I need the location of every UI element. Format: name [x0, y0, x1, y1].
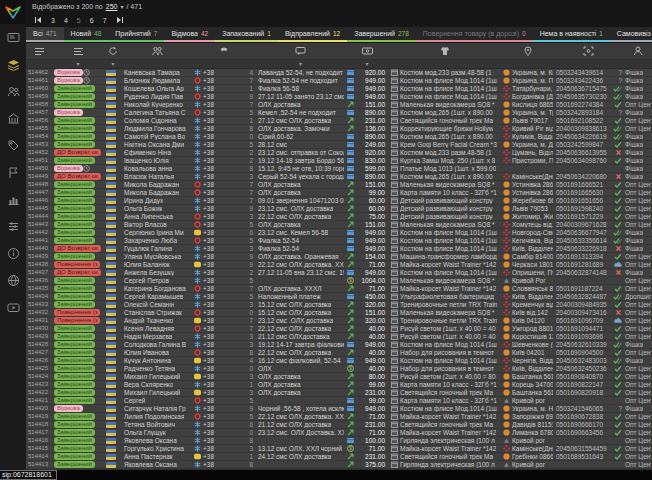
table-row[interactable]: 514443ЗавершенийВіктор Власов+385ОЛХ дос… — [26, 221, 652, 229]
page-4[interactable]: 4 — [64, 17, 68, 24]
table-row[interactable]: 514420ВідмоваСитарчук Наталія Гр+389Чорн… — [26, 405, 652, 413]
tab-самовивіз[interactable]: Самовивіз2 — [610, 27, 652, 42]
col-source-header[interactable] — [623, 43, 652, 59]
sidebar-company-icon[interactable] — [0, 105, 26, 132]
sidebar-reports-icon[interactable] — [0, 186, 26, 213]
table-row[interactable]: 514457ВідмоваСалегина Татьяна С+385Кемел… — [26, 109, 652, 117]
col-flag-header[interactable] — [104, 43, 122, 59]
table-row[interactable]: 514424ЗавершенийМихаил Гилецький+383ОЛХ … — [26, 373, 652, 381]
page-5[interactable]: 5 — [77, 17, 81, 24]
table-row[interactable]: 514425ЗавершенийРадченко Тетяна+380ОЛХ$4… — [26, 365, 652, 373]
table-row[interactable]: 514442ЗавершенийСергіюнко Ірина Ми+38623… — [26, 229, 652, 237]
table-row[interactable]: 514415ЗавершенийГоргулько Христина+38313… — [26, 445, 652, 453]
table-row[interactable]: 514440ДО Возврат ок.Гуцалюк Галина+383Фи… — [26, 245, 652, 253]
table-row[interactable]: 514428ЗавершенийСолодкова Галина В+38319… — [26, 341, 652, 349]
tab-запакований[interactable]: Запакований1 — [215, 27, 278, 42]
tab-відправлений[interactable]: Відправлений12 — [278, 27, 347, 42]
table-row[interactable]: 514458ЗавершенийНиколай Кучеренко+387ОЛХ… — [26, 101, 652, 109]
tab-всі[interactable]: Всі471 — [26, 27, 64, 42]
col-price-header[interactable] — [345, 43, 389, 59]
sidebar-campaigns-icon[interactable] — [0, 159, 26, 186]
table-row[interactable]: 514462ВідмоваКаневська Тамара+384Лаванда… — [26, 69, 652, 77]
page-3[interactable]: 3 — [51, 17, 55, 24]
chevron-down-icon[interactable]: ▾ — [120, 3, 123, 10]
table-row[interactable]: 514434ЗавершенийСергей Карамышев+385Нало… — [26, 293, 652, 301]
table-row[interactable]: 514456ЗавершенийСоломія Сідоніна+38127.1… — [26, 117, 652, 125]
table-row[interactable]: 514414ЗавершенийАнна Пастернак+38124.12 … — [26, 453, 652, 461]
col-phone-header[interactable] — [192, 43, 256, 59]
table-row[interactable]: 514421ЗавершенийСергей+38599.00Карта пам… — [26, 397, 652, 405]
page-6[interactable]: 6 — [90, 17, 94, 24]
table-row[interactable]: 514459ЗавершенийРуденко Лидия Пав+38927.… — [26, 93, 652, 101]
table-row[interactable]: 514453ЗавершенийНікітіна Оксана Дми+3852… — [26, 141, 652, 149]
table-row[interactable]: 514435ЗавершенийКатерина Богданова+387ОЛ… — [26, 285, 652, 293]
col-price-filter[interactable]: ▾ — [345, 60, 389, 68]
table-row[interactable]: 514418ЗавершенийТетяна Войтович+38621.12… — [26, 421, 652, 429]
table-row[interactable]: 514431Повернення (зАндрій Ткаченко+38723… — [26, 317, 652, 325]
col-comment-header[interactable] — [256, 43, 345, 59]
col-tracking-header[interactable] — [554, 43, 623, 59]
tab-завершений[interactable]: Завершений278 — [347, 27, 416, 42]
table-row[interactable]: 514452ДО Возврат ок.Єфименко Ніна+38223.… — [26, 149, 652, 157]
table-row[interactable]: 514451ЗавершенийІващенко Юлія+38219.12 1… — [26, 157, 652, 165]
col-id-header[interactable] — [26, 43, 52, 59]
sidebar-customers-icon[interactable] — [0, 78, 26, 105]
table-row[interactable]: 514446ЗавершенийИрина Дидух+38709.01 зве… — [26, 197, 652, 205]
table-row[interactable]: 514454ЗавершенийСамотій Руслана Во+380Сі… — [26, 133, 652, 141]
filter-caret-icon[interactable]: ▾ — [365, 60, 368, 68]
table-row[interactable]: 514426ЗавершенийКучук Антонина+38416.12 … — [26, 357, 652, 365]
table-row[interactable]: 514445ЗавершенийОльга Божик+38923.12 смс… — [26, 205, 652, 213]
table-row[interactable]: 514419ЗавершенийЛилия Подолинская+38522.… — [26, 413, 652, 421]
table-row[interactable]: 514444ЗавершенийАнна Липенська+38322.12 … — [26, 213, 652, 221]
sidebar-orders-icon[interactable] — [0, 51, 26, 78]
sidebar-settings-icon[interactable] — [0, 213, 26, 240]
table-row[interactable]: 514447ЗавершенийМикола Бадражан+387ОЛХ д… — [26, 189, 652, 197]
col-status-filter[interactable]: ▾ — [52, 60, 104, 68]
filter-caret-icon[interactable]: ▾ — [111, 60, 114, 68]
table-row[interactable]: 514430ЗавершенийКсенія Левадняя+38722.12… — [26, 325, 652, 333]
col-name-header[interactable] — [122, 43, 192, 59]
tab-новий[interactable]: Новий48 — [64, 27, 109, 42]
table-row[interactable]: 514441ЗавершенийЗахарченко Люба+385Фиалк… — [26, 237, 652, 245]
sidebar-info-icon[interactable] — [0, 240, 26, 267]
table-row[interactable]: 514429ЗавершенийНадія Мерзаєва+38321.12 … — [26, 333, 652, 341]
sidebar-globe-icon[interactable] — [0, 267, 26, 294]
table-row[interactable]: 514450ВідмоваКовальова анна+38815.12. 9:… — [26, 165, 652, 173]
per-page-dropdown[interactable]: 250 — [106, 3, 118, 10]
col-status-header[interactable] — [52, 43, 104, 59]
tab-відмова[interactable]: Відмова42 — [164, 27, 215, 42]
table-row[interactable]: 514455ЗавершенийЛюдмила Гончарова+388ОЛХ… — [26, 125, 652, 133]
app-logo-icon[interactable] — [0, 0, 26, 24]
col-address-header[interactable] — [501, 43, 554, 59]
table-row[interactable]: 514449ДО Возврат ок.Власюк Наталья+383Се… — [26, 173, 652, 181]
table-row[interactable]: 514437ДО Возврат ок.Анжела Безушку+38227… — [26, 269, 652, 277]
sidebar-products-icon[interactable] — [0, 132, 26, 159]
table-row[interactable]: 514417ЗавершенийОльга Глущук+38023.12 см… — [26, 429, 652, 437]
sidebar-dashboard-icon[interactable] — [0, 24, 26, 51]
table-row[interactable]: 514436ЗавершенийСергей Петров+385$1004.0… — [26, 277, 652, 285]
table-row[interactable]: 514439ЗавершенийУляна Мусійовська+389ОЛХ… — [26, 253, 652, 261]
filter-caret-icon[interactable]: ▾ — [299, 60, 302, 68]
filter-caret-icon[interactable]: ▾ — [76, 60, 79, 68]
table-row[interactable]: 514460ЗавершенийКошелева Ольга Ар+381Фиа… — [26, 85, 652, 93]
tab-нема-в-наявності[interactable]: Нема в наявності1 — [533, 27, 610, 42]
table-row[interactable]: 514413ЗавершенийЯковлева Оксана+388375.0… — [26, 461, 652, 469]
first-page-icon[interactable] — [34, 16, 42, 24]
table-row[interactable]: 514422ЗавершенийМихаил Гилецький+383ОЛХ … — [26, 389, 652, 397]
table-row[interactable]: 514427ЗавершенийЮлия Иванова+38822.12 см… — [26, 349, 652, 357]
table-row[interactable]: 514423ЗавершенийВера Скляренко+381ОЛХ до… — [26, 381, 652, 389]
table-row[interactable]: 514438Повернення (зЮлия Баланюк+38922.12… — [26, 261, 652, 269]
last-page-icon[interactable] — [116, 16, 124, 24]
col-product-header[interactable] — [389, 43, 501, 59]
page-7[interactable]: 7 — [103, 17, 107, 24]
col-comment-filter[interactable]: ▾ — [256, 60, 345, 68]
col-flag-filter[interactable]: ▾ — [104, 60, 122, 68]
table-row[interactable]: 514416ЗавершенийЯковлева Оксана+388100.0… — [26, 437, 652, 445]
table-row[interactable]: 514433ЗавершенийОлексій Семанін+38315.12… — [26, 301, 652, 309]
table-row[interactable]: 514432Повернення (зСтаніслав Стрижак+380… — [26, 309, 652, 317]
tab-прийнятий[interactable]: Прийнятий7 — [108, 27, 164, 42]
sidebar-video-icon[interactable] — [0, 294, 26, 321]
table-row[interactable]: 514448ЗавершенийМикола Бадражан+387ОЛХ д… — [26, 181, 652, 189]
table-row[interactable]: 514461ВідмоваБлизнюк Людмила+387Фиалка 5… — [26, 77, 652, 85]
tab-повернення-товару-в-дорозі-[interactable]: Повернення товару (в дорозі)0 — [416, 27, 533, 42]
